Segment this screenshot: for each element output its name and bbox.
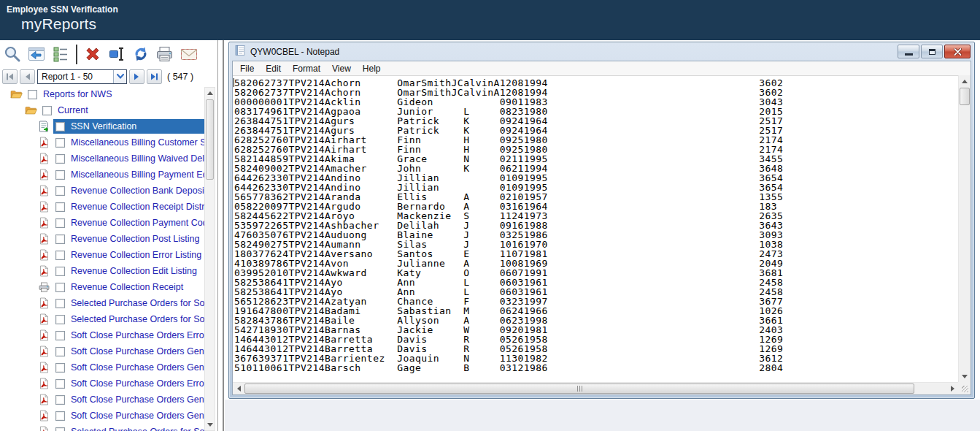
tree-item-body[interactable]: SSN Verification xyxy=(53,119,204,134)
delete-icon[interactable] xyxy=(82,45,103,64)
tree-item[interactable]: Miscellaneous Billing Payment Edi xyxy=(0,167,204,183)
tree-item-body[interactable]: Revenue Collection Payment Code xyxy=(53,216,204,230)
scroll-up-icon[interactable] xyxy=(959,75,971,87)
tree-item-body[interactable]: Selected Purchase Orders for Soft C xyxy=(53,296,204,310)
tree-item-checkbox[interactable] xyxy=(55,347,65,356)
first-page-button[interactable] xyxy=(2,69,18,84)
vertical-scrollbar[interactable] xyxy=(958,75,971,382)
tree-item[interactable]: Reports for NWS xyxy=(0,86,204,102)
tree-item-checkbox[interactable] xyxy=(55,170,65,180)
tree-scrollbar-thumb[interactable] xyxy=(206,99,214,180)
tree-item-body[interactable]: Revenue Collection Error Listing xyxy=(53,248,204,262)
tree-item-body[interactable]: Miscellaneous Billing Customer Sta xyxy=(53,135,204,150)
tree-item[interactable]: Revenue Collection Post Listing xyxy=(0,231,204,247)
tree-item-body[interactable]: Revenue Collection Bank Deposit L xyxy=(53,183,204,198)
tree-item-checkbox[interactable] xyxy=(55,122,65,131)
tree-item-checkbox[interactable] xyxy=(55,218,65,228)
minimize-button[interactable] xyxy=(898,45,919,58)
search-icon[interactable] xyxy=(2,45,23,64)
tree-item-body[interactable]: Soft Close Purchase Orders Genera xyxy=(53,344,204,359)
email-icon[interactable] xyxy=(179,45,199,64)
tree-item-body[interactable]: Soft Close Purchase Orders Error L xyxy=(53,376,204,391)
window-back-icon[interactable] xyxy=(26,45,47,64)
tree-item-checkbox[interactable] xyxy=(55,331,65,340)
menu-view[interactable]: View xyxy=(326,64,357,74)
notepad-textarea[interactable]: 582062737TPV214Achorn OmarSmithJCalvinA1… xyxy=(233,75,958,382)
tree-item-body[interactable]: Soft Close Purchase Orders Error L xyxy=(53,328,204,343)
vertical-scrollbar-thumb[interactable] xyxy=(960,88,970,105)
tree-item[interactable]: SSN Verification xyxy=(0,118,204,134)
tree-item-checkbox[interactable] xyxy=(55,267,65,276)
tree-item-body[interactable]: Current xyxy=(40,103,204,118)
scroll-right-icon[interactable] xyxy=(946,383,958,394)
tree-item[interactable]: Selected Purchase Orders for Soft C xyxy=(0,311,204,327)
resize-grip[interactable] xyxy=(958,382,971,394)
tree-item-checkbox[interactable] xyxy=(55,315,65,324)
tree-item[interactable]: Current xyxy=(0,102,204,118)
tree-item-body[interactable]: Revenue Collection Receipt xyxy=(53,280,204,294)
menu-help[interactable]: Help xyxy=(357,64,387,74)
refresh-icon[interactable] xyxy=(131,45,151,64)
tree-item[interactable]: Soft Close Purchase Orders Genera xyxy=(0,392,204,408)
horizontal-scrollbar[interactable] xyxy=(233,382,958,394)
last-page-button[interactable] xyxy=(147,69,162,84)
tree-item[interactable]: Selected Purchase Orders for Soft C xyxy=(0,295,204,311)
tree-item-body[interactable]: Soft Close Purchase Orders Genera xyxy=(53,408,204,423)
tree-item[interactable]: Revenue Collection Bank Deposit L xyxy=(0,183,204,199)
tree-view-icon[interactable] xyxy=(50,45,71,64)
previous-page-button[interactable] xyxy=(20,69,35,84)
tree-item-body[interactable]: Soft Close Purchase Orders Genera xyxy=(53,360,204,375)
tree-item[interactable]: Revenue Collection Payment Code xyxy=(0,215,204,231)
tree-item[interactable]: Revenue Collection Edit Listing xyxy=(0,263,204,279)
horizontal-scrollbar-thumb[interactable] xyxy=(244,384,914,394)
tree-item-body[interactable]: Reports for NWS xyxy=(26,87,204,102)
tree-item[interactable]: Soft Close Purchase Orders Genera xyxy=(0,343,204,359)
menu-edit[interactable]: Edit xyxy=(260,64,287,74)
tree-item-checkbox[interactable] xyxy=(55,411,65,421)
scroll-down-icon[interactable] xyxy=(205,419,215,430)
tree-item-checkbox[interactable] xyxy=(55,251,65,260)
tree-item-checkbox[interactable] xyxy=(55,186,65,196)
tree-item[interactable]: Revenue Collection Error Listing xyxy=(0,247,204,263)
close-button[interactable] xyxy=(944,45,971,58)
next-page-button[interactable] xyxy=(129,69,144,84)
tree-item[interactable]: Selected Purchase Orders for Soft C xyxy=(0,424,204,431)
tree-item[interactable]: Revenue Collection Receipt Distrib xyxy=(0,199,204,215)
scroll-down-icon[interactable] xyxy=(959,370,971,382)
tree-item[interactable]: Soft Close Purchase Orders Genera xyxy=(0,359,204,375)
report-range-select[interactable]: Report 1 - 50 xyxy=(37,69,127,84)
tree-item-body[interactable]: Miscellaneous Billing Payment Edi xyxy=(53,167,204,182)
tree-item[interactable]: Miscellaneous Billing Customer Sta xyxy=(0,134,204,150)
tree-item-checkbox[interactable] xyxy=(55,283,65,292)
tree-item-body[interactable]: Soft Close Purchase Orders Genera xyxy=(53,392,204,407)
rename-icon[interactable] xyxy=(107,45,127,64)
tree-item-body[interactable]: Revenue Collection Edit Listing xyxy=(53,264,204,278)
print-icon[interactable] xyxy=(155,45,175,64)
tree-item-body[interactable]: Revenue Collection Receipt Distrib xyxy=(53,199,204,214)
tree-item-body[interactable]: Revenue Collection Post Listing xyxy=(53,232,204,246)
tree-item-checkbox[interactable] xyxy=(55,234,65,244)
tree-item-checkbox[interactable] xyxy=(55,427,65,431)
scroll-left-icon[interactable] xyxy=(233,383,244,394)
tree-item-checkbox[interactable] xyxy=(42,106,52,115)
tree-item-checkbox[interactable] xyxy=(55,363,65,373)
notepad-titlebar[interactable]: QYW0CBEL - Notepad xyxy=(229,42,974,61)
tree-item-body[interactable]: Selected Purchase Orders for Soft C xyxy=(53,424,204,431)
tree-item-checkbox[interactable] xyxy=(55,395,65,405)
tree-item-checkbox[interactable] xyxy=(55,202,65,212)
scroll-up-icon[interactable] xyxy=(205,88,215,99)
tree-item-checkbox[interactable] xyxy=(55,379,65,389)
tree-item-body[interactable]: Miscellaneous Billing Waived Delin xyxy=(53,151,204,166)
tree-item[interactable]: Soft Close Purchase Orders Genera xyxy=(0,408,204,424)
tree-item-checkbox[interactable] xyxy=(28,90,37,99)
restore-button[interactable] xyxy=(921,45,943,58)
menu-file[interactable]: File xyxy=(234,64,260,74)
tree-item[interactable]: Soft Close Purchase Orders Error L xyxy=(0,327,204,343)
tree-item-checkbox[interactable] xyxy=(55,138,65,148)
notepad-text[interactable]: 582062737TPV214Achorn OmarSmithJCalvinA1… xyxy=(233,76,958,373)
tree-item-body[interactable]: Selected Purchase Orders for Soft C xyxy=(53,312,204,327)
chevron-down-icon[interactable] xyxy=(113,70,126,83)
tree-scrollbar[interactable] xyxy=(204,87,215,431)
tree-item-checkbox[interactable] xyxy=(55,299,65,308)
tree-item[interactable]: Revenue Collection Receipt xyxy=(0,279,204,295)
